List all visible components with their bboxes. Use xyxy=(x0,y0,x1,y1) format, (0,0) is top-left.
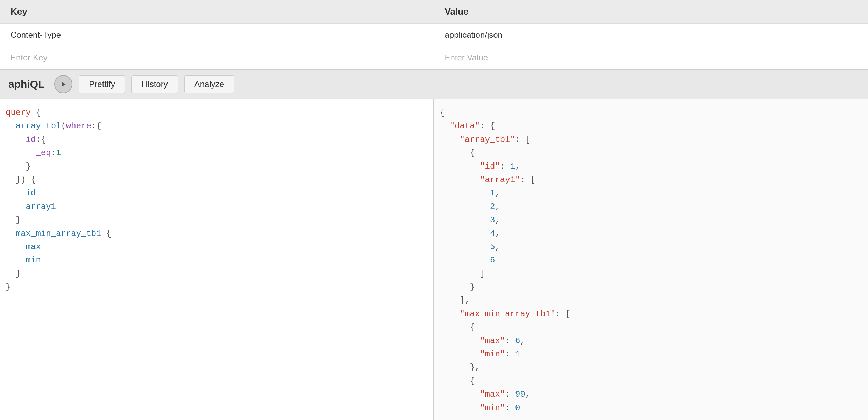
header-value-cell: application/json xyxy=(434,24,868,46)
editor-line: max_min_array_tb1 { xyxy=(6,227,428,240)
editor-line: array_tbl(where:{ xyxy=(6,120,428,133)
result-line: "array1": [ xyxy=(440,173,862,187)
value-column-header: Value xyxy=(434,0,868,24)
result-line: "array_tbl": [ xyxy=(440,133,862,146)
editor-line: } xyxy=(6,267,428,281)
prettify-button[interactable]: Prettify xyxy=(79,75,125,93)
editor-line: max xyxy=(6,240,428,254)
result-line: 4, xyxy=(440,227,862,240)
editor-line: min xyxy=(6,254,428,267)
result-line: }, xyxy=(440,361,862,374)
editor-line: query { xyxy=(6,106,428,120)
editor-line: }) { xyxy=(6,173,428,187)
headers-table: Key Value Content-Typeapplication/jsonEn… xyxy=(0,0,868,69)
result-line: 5, xyxy=(440,240,862,254)
result-line: 3, xyxy=(440,213,862,227)
result-pane: { "data": { "array_tbl": [ { "id": 1, "a… xyxy=(434,99,868,420)
result-line: "max": 6, xyxy=(440,334,862,348)
query-editor[interactable]: query { array_tbl(where:{ id:{ _eq:1 } }… xyxy=(0,99,434,420)
result-line: } xyxy=(440,281,862,294)
result-line: ] xyxy=(440,267,862,281)
result-line: 2, xyxy=(440,200,862,213)
result-line: { xyxy=(440,106,862,120)
header-value-cell[interactable]: Enter Value xyxy=(434,46,868,69)
result-line: "min": 0 xyxy=(440,401,862,415)
header-key-cell: Content-Type xyxy=(0,24,434,46)
editor-line: } xyxy=(6,213,428,227)
editor-line: id xyxy=(6,187,428,200)
result-line: "data": { xyxy=(440,120,862,133)
header-key-cell[interactable]: Enter Key xyxy=(0,46,434,69)
editor-line: } xyxy=(6,281,428,294)
editor-line: } xyxy=(6,160,428,173)
editor-line: array1 xyxy=(6,200,428,213)
result-line: 6 xyxy=(440,254,862,267)
analyze-button[interactable]: Analyze xyxy=(184,75,234,93)
editor-line: _eq:1 xyxy=(6,146,428,160)
result-line: 1, xyxy=(440,187,862,200)
result-line: { xyxy=(440,146,862,160)
result-line: { xyxy=(440,375,862,388)
result-line: { xyxy=(440,321,862,334)
history-button[interactable]: History xyxy=(131,75,178,93)
result-line: "max": 99, xyxy=(440,388,862,401)
run-button[interactable] xyxy=(54,75,72,93)
key-column-header: Key xyxy=(0,0,434,24)
app-title: aphiQL xyxy=(8,78,44,90)
result-line: ], xyxy=(440,294,862,307)
result-line: "id": 1, xyxy=(440,160,862,173)
result-line: "max_min_array_tb1": [ xyxy=(440,307,862,321)
graphiql-toolbar: aphiQL Prettify History Analyze xyxy=(0,69,868,99)
main-content: query { array_tbl(where:{ id:{ _eq:1 } }… xyxy=(0,99,868,420)
result-line: "min": 1 xyxy=(440,348,862,361)
editor-line: id:{ xyxy=(6,133,428,146)
svg-marker-0 xyxy=(62,82,66,87)
